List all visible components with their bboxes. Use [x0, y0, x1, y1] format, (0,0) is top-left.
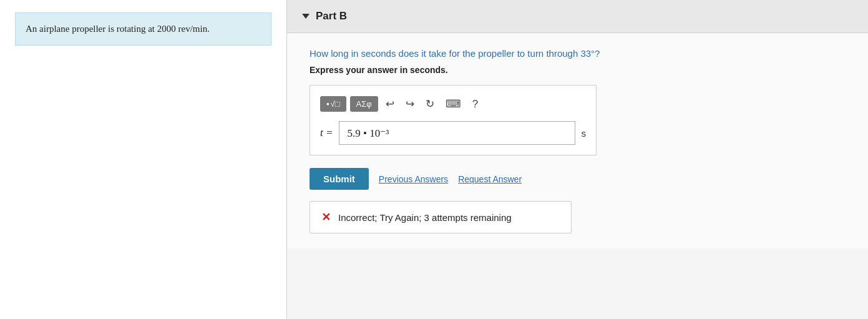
submit-button[interactable]: Submit — [310, 168, 369, 190]
feedback-box: ✕ Incorrect; Try Again; 3 attempts remai… — [310, 201, 572, 233]
help-button[interactable]: ? — [469, 96, 482, 112]
refresh-button[interactable]: ↻ — [422, 96, 438, 112]
question-text: How long in seconds does it take for the… — [310, 48, 846, 59]
incorrect-icon: ✕ — [321, 210, 331, 224]
previous-answers-button[interactable]: Previous Answers — [379, 174, 448, 184]
variable-label: t = — [320, 127, 333, 139]
request-answer-button[interactable]: Request Answer — [458, 174, 522, 184]
answer-input[interactable] — [339, 121, 575, 145]
part-content: How long in seconds does it take for the… — [287, 33, 868, 248]
instruction-text: Express your answer in seconds. — [310, 65, 846, 75]
problem-statement: An airplane propeller is rotating at 200… — [15, 12, 271, 46]
unit-label: s — [582, 128, 587, 139]
feedback-message: Incorrect; Try Again; 3 attempts remaini… — [338, 212, 512, 223]
part-header: Part B — [287, 0, 868, 33]
undo-button[interactable]: ↩ — [382, 96, 398, 112]
math-icon: ▪ — [326, 99, 329, 109]
chevron-down-icon[interactable] — [302, 14, 310, 19]
problem-text: An airplane propeller is rotating at 200… — [26, 24, 210, 34]
keyboard-button[interactable]: ⌨ — [442, 96, 465, 112]
action-row: Submit Previous Answers Request Answer — [310, 168, 846, 190]
part-title: Part B — [316, 10, 347, 22]
left-panel: An airplane propeller is rotating at 200… — [0, 0, 287, 319]
greek-toolbar-button[interactable]: ΑΣφ — [350, 96, 378, 112]
redo-button[interactable]: ↪ — [402, 96, 418, 112]
input-row: t = s — [320, 121, 586, 145]
answer-box: ▪ √□ ΑΣφ ↩ ↪ ↻ ⌨ ? t = s — [310, 85, 597, 155]
math-toolbar-button[interactable]: ▪ √□ — [320, 96, 346, 112]
toolbar: ▪ √□ ΑΣφ ↩ ↪ ↻ ⌨ ? — [320, 96, 586, 112]
right-panel: Part B How long in seconds does it take … — [287, 0, 868, 319]
